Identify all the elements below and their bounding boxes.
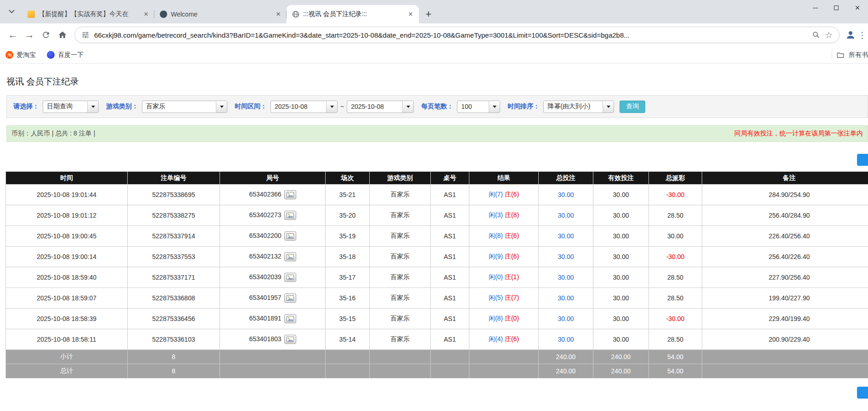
tab-bet-records-active[interactable]: :::视讯 会员下注纪录::: × [287, 5, 419, 23]
column-header: 结果 [469, 172, 539, 185]
total-bet-link[interactable]: 30.00 [558, 191, 574, 198]
close-window-button[interactable]: × [847, 0, 868, 16]
date-start-input[interactable]: 2025-10-08 [271, 101, 338, 113]
cell-remark: 199.40/227.90 [702, 288, 868, 309]
new-tab-button[interactable]: + [422, 7, 435, 21]
sum-cell [220, 364, 326, 378]
cell-round: 653402039 [220, 267, 326, 288]
banker-result: 庄(0) [505, 315, 519, 322]
total-bet-link[interactable]: 30.00 [558, 336, 574, 343]
minimize-button[interactable] [805, 0, 826, 16]
date-start-value: 2025-10-08 [271, 101, 326, 113]
url-text[interactable]: 66cxkj98.com/game/betrecord_search/kind3… [94, 31, 807, 39]
zoom-icon[interactable] [812, 31, 820, 39]
bookmark-taobao[interactable]: 淘 爱淘宝 [6, 51, 36, 59]
cell-game-type: 百家乐 [370, 288, 431, 309]
sort-order-value: 降幂(由大到小) [544, 101, 603, 113]
refresh-icon [41, 30, 51, 39]
chevron-down-icon[interactable] [489, 101, 500, 113]
tab-welcome[interactable]: Welcome × [154, 5, 287, 23]
summary-bar: 币别：人民币 | 总共 : 8 注单 | 同局有效投注，统一计算在该局第一张注单… [6, 125, 868, 142]
forward-button[interactable]: → [21, 27, 38, 43]
browser-menu-icon[interactable]: ⋮ [858, 30, 865, 40]
maximize-button[interactable] [826, 0, 847, 16]
view-cards-button[interactable] [284, 190, 296, 199]
total-bet-link[interactable]: 30.00 [558, 274, 574, 281]
chevron-down-icon[interactable] [603, 101, 614, 113]
sum-cell: 240.00 [539, 350, 593, 364]
floating-button-bottom[interactable] [857, 387, 868, 399]
sum-cell [469, 364, 539, 378]
round-number: 653402200 [249, 232, 281, 239]
cell-valid-bet: 30.00 [593, 267, 649, 288]
sum-cell [469, 350, 539, 364]
bookmark-baidu[interactable]: 百度一下 [47, 51, 84, 59]
bookmark-star-icon[interactable]: ☆ [825, 30, 833, 40]
person-icon [845, 29, 856, 40]
column-header: 总投注 [539, 172, 593, 185]
floating-button-top[interactable] [857, 154, 868, 166]
search-button[interactable]: 查询 [620, 101, 645, 113]
refresh-button[interactable] [38, 27, 54, 43]
profile-button[interactable] [843, 28, 858, 42]
view-cards-button[interactable] [284, 273, 296, 282]
query-type-select[interactable]: 日期查询 [43, 101, 99, 113]
cell-round: 653401957 [220, 288, 326, 309]
sum-cell [326, 350, 370, 364]
close-tab-icon[interactable]: × [141, 10, 151, 19]
close-tab-icon[interactable]: × [406, 10, 415, 19]
total-bet-link[interactable]: 30.00 [558, 253, 574, 260]
date-end-input[interactable]: 2025-10-08 [347, 101, 414, 113]
cell-total-bet: 30.00 [539, 247, 593, 267]
all-bookmarks[interactable]: 所有书签 [832, 51, 868, 60]
taobao-icon: 淘 [6, 51, 13, 59]
cell-result: 闲(7) 庄(6) [469, 185, 539, 205]
url-bar[interactable]: 66cxkj98.com/game/betrecord_search/kind3… [74, 27, 840, 43]
cell-payout: 28.50 [649, 288, 702, 309]
cell-time: 2025-10-08 18:58:11 [6, 329, 128, 350]
view-cards-button[interactable] [284, 231, 296, 241]
cell-result: 闲(4) 庄(6) [469, 329, 539, 350]
total-bet-link[interactable]: 30.00 [558, 232, 574, 240]
cell-payout: -30.00 [649, 247, 702, 267]
page-size-input[interactable]: 100 [457, 101, 500, 113]
cell-game-type: 百家乐 [370, 247, 431, 267]
sum-cell: 8 [128, 350, 220, 364]
banker-result: 庄(6) [505, 191, 519, 198]
window-controls: × [805, 0, 868, 16]
chevron-down-icon[interactable] [326, 101, 337, 113]
chevron-down-icon[interactable] [402, 101, 413, 113]
cell-result: 闲(0) 庄(1) [469, 267, 539, 288]
view-cards-button[interactable] [284, 252, 296, 261]
chevron-down-icon[interactable] [87, 101, 98, 113]
game-type-select[interactable]: 百家乐 [142, 101, 227, 113]
total-bet-link[interactable]: 30.00 [558, 212, 574, 219]
cell-total-bet: 30.00 [539, 226, 593, 247]
tab-forum[interactable]: 【新提醒】【实战有奖】今天在 × [22, 5, 154, 23]
round-number: 653402039 [249, 273, 281, 281]
cell-remark: 284.90/254.90 [702, 185, 868, 205]
game-type-label: 游戏类别： [106, 102, 138, 111]
cell-session: 35-15 [326, 309, 370, 329]
view-cards-button[interactable] [284, 335, 296, 344]
chevron-down-icon[interactable] [216, 101, 227, 113]
cell-time: 2025-10-08 19:01:44 [6, 185, 128, 205]
table-header-row: 时间注单编号局号场次游戏类别桌号结果总投注有效投注总派彩备注 [6, 172, 868, 185]
view-cards-button[interactable] [284, 293, 296, 303]
back-button[interactable]: ← [5, 27, 21, 43]
site-settings-icon[interactable] [81, 31, 90, 39]
sort-order-select[interactable]: 降幂(由大到小) [543, 101, 614, 113]
cell-table-no: AS1 [431, 247, 469, 267]
close-tab-icon[interactable]: × [274, 10, 283, 19]
cell-session: 35-21 [326, 185, 370, 205]
sum-cell [220, 350, 326, 364]
tab-search-button[interactable] [5, 5, 18, 19]
total-bet-link[interactable]: 30.00 [558, 315, 574, 322]
home-button[interactable] [54, 27, 71, 43]
sum-cell [370, 364, 431, 378]
cell-result: 闲(9) 庄(6) [469, 247, 539, 267]
view-cards-button[interactable] [284, 211, 296, 220]
view-cards-button[interactable] [284, 314, 296, 323]
total-bet-link[interactable]: 30.00 [558, 294, 574, 302]
cell-session: 35-18 [326, 247, 370, 267]
